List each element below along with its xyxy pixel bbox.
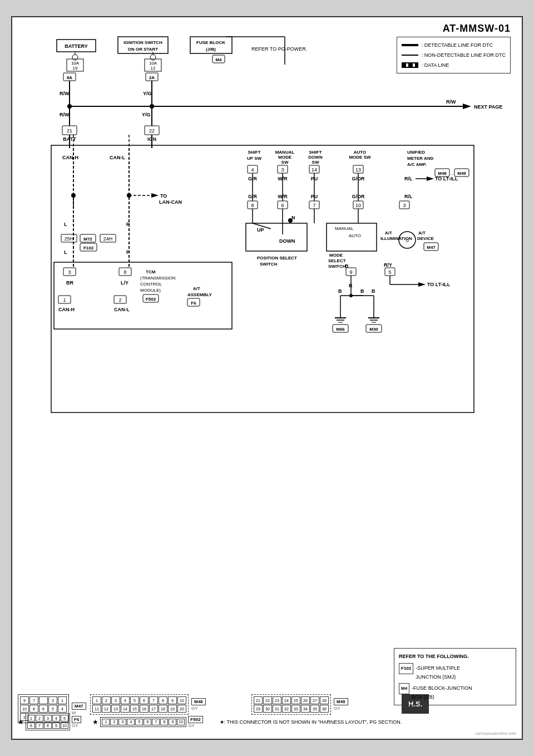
f6-7: 7 [36,722,43,729]
svg-text:ILLUMINATION: ILLUMINATION [380,236,412,241]
svg-text:8: 8 [251,203,254,208]
svg-text:METER AND: METER AND [407,156,433,161]
f6-5: 5 [61,715,68,721]
svg-text:8: 8 [123,269,126,275]
svg-text:SW: SW [312,160,319,165]
refer-item-1: F102 -SUPER MULTIPLEJUNCTION (SMJ) [399,663,511,681]
m49-23: 23 [273,696,281,704]
svg-text:G/OR: G/OR [352,194,365,199]
svg-text:2A: 2A [149,75,155,80]
svg-text:22: 22 [149,128,155,134]
svg-text:ASSEMBLY: ASSEMBLY [187,292,212,297]
svg-text:A/T: A/T [193,286,200,291]
svg-text:13: 13 [355,167,361,173]
svg-text:TCM: TCM [146,269,156,274]
m48-5: 5 [130,696,139,704]
svg-text:L/Y: L/Y [121,280,128,286]
m49-27: 27 [310,696,319,704]
f502-7: 7 [152,719,160,725]
m49-30: 30 [263,705,272,713]
m49-28: 28 [320,696,329,704]
svg-text:BR: BR [66,280,73,286]
m48-10: 10 [177,696,186,704]
svg-text:UP: UP [257,227,264,233]
svg-text:SW: SW [281,160,289,165]
f6-6: 6 [27,722,35,729]
wiring-diagram: BATTERY IGNITION SWITCH ON OR START FUSE… [18,23,518,546]
svg-text:3: 3 [68,269,71,275]
refer-box: REFER TO THE FOLLOWING. F102 -SUPER MULT… [394,648,516,705]
svg-text:R/W: R/W [60,112,70,117]
f6-grid-inner: 1 2 3 4 5 6 7 8 9 10 [27,715,68,729]
svg-text:1: 1 [63,297,66,303]
svg-text:P: P [126,249,130,255]
m47-cell-3: 3 [48,696,57,704]
m48-badge: M48 [191,698,206,705]
svg-text:P: P [126,222,130,227]
svg-text:B: B [345,263,349,269]
svg-text:TO LT-ILL: TO LT-ILL [435,176,458,181]
svg-text:R/L: R/L [404,194,413,199]
m47-cell-e1 [39,696,48,704]
m47-cell-8: 8 [29,705,38,713]
m49-32: 32 [282,705,291,713]
m49-id: M49 GY [334,698,348,711]
svg-marker-148 [151,193,159,198]
f502-9: 9 [169,719,176,725]
svg-text:AUTO: AUTO [349,233,361,238]
svg-text:A/C AMP.: A/C AMP. [407,162,427,167]
f6-4: 4 [52,715,60,721]
star-symbol-2: ★ [92,718,98,726]
svg-text:F6: F6 [191,301,196,306]
svg-text:10A: 10A [149,61,157,66]
svg-text:M72: M72 [83,237,92,242]
svg-text:A/T: A/T [385,230,392,235]
svg-text:CAN-H: CAN-H [62,155,78,160]
svg-text:L: L [64,222,67,227]
svg-text:B: B [360,288,364,294]
star-symbol: ★ [18,718,24,726]
m49-33: 33 [291,705,300,713]
f6-2: 2 [36,715,43,721]
svg-text:MANUAL: MANUAL [275,150,295,155]
m49-badge: M49 [334,698,348,705]
m49-35: 35 [310,705,319,713]
svg-text:10: 10 [355,203,361,208]
svg-text:DOWN: DOWN [308,155,323,160]
svg-text:B: B [338,288,342,294]
svg-text:MODE: MODE [329,253,343,258]
m47-cell-1: 1 [58,696,67,704]
svg-text:LAN-CAN: LAN-CAN [159,199,182,205]
svg-text:BATTERY: BATTERY [65,43,88,49]
svg-marker-85 [427,176,434,181]
svg-text:21: 21 [67,128,72,134]
m49-21: 21 [254,696,263,704]
m48-9: 9 [168,696,177,704]
svg-text:19: 19 [73,66,78,71]
m48-grid-inner: 1 2 3 4 5 6 7 8 9 10 11 12 13 14 15 16 1 [92,696,186,713]
f502-6: 6 [144,719,151,725]
svg-text:MODE SW: MODE SW [349,155,371,160]
m48-20: 20 [177,705,186,713]
svg-marker-38 [463,104,471,109]
m48-17: 17 [149,705,158,713]
f6-8: 8 [44,722,52,729]
m49-29: 29 [254,705,263,713]
svg-text:UNIFIED: UNIFIED [407,150,425,155]
f502-2: 2 [110,719,118,725]
svg-text:R/L: R/L [404,176,413,181]
m48-8: 8 [159,696,167,704]
f6-grid: 1 2 3 4 5 6 7 8 9 10 [26,713,70,730]
m48-1: 1 [92,696,101,704]
m48-color: GY [191,706,206,711]
svg-text:3: 3 [281,167,284,173]
m49-grid-inner: 21 22 23 24 25 26 27 28 29 30 31 32 33 3… [254,696,329,713]
svg-text:12: 12 [151,66,156,71]
svg-text:CAN-H: CAN-H [58,307,75,312]
svg-text:SELECT: SELECT [328,258,346,263]
f502-1: 1 [102,719,110,725]
svg-text:TO: TO [160,193,167,199]
svg-text:FUSE BLOCK: FUSE BLOCK [196,40,225,45]
refer-code-2: M4 [399,683,409,694]
svg-text:(J/B): (J/B) [206,47,216,52]
